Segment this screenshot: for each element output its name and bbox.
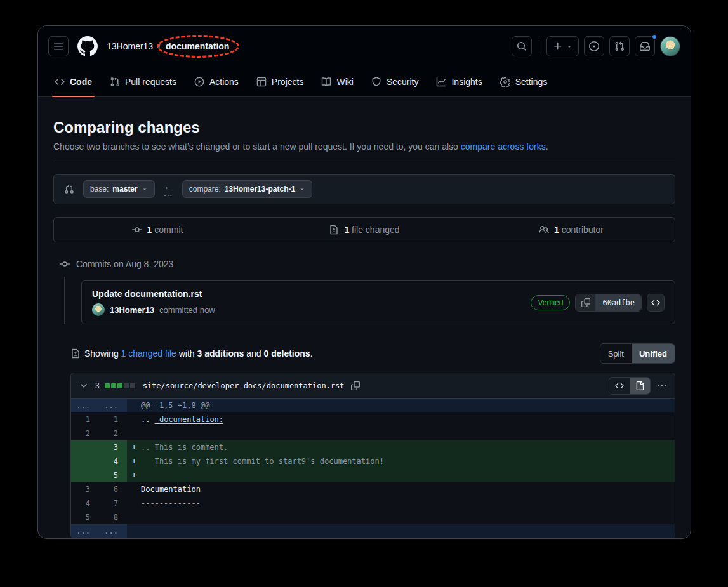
file-options-button[interactable]: [656, 379, 668, 392]
issues-button[interactable]: [584, 36, 604, 56]
file-path-link[interactable]: site/source/developer-docs/documentation…: [143, 381, 345, 390]
github-logo-icon: [77, 36, 98, 56]
commits-count: 1: [147, 225, 152, 235]
summary-contributors[interactable]: 1 contributor: [468, 218, 675, 242]
github-header: 13Homer13 / documentation: [38, 26, 691, 67]
hunk-new-gutter: ...: [99, 399, 127, 412]
notification-dot: [651, 34, 658, 40]
book-icon: [321, 77, 331, 87]
tab-code[interactable]: Code: [46, 67, 101, 96]
line-code: [141, 426, 675, 440]
commit-action-text: committed now: [159, 305, 215, 315]
breadcrumb: 13Homer13 / documentation: [107, 41, 229, 51]
old-line-number: 2: [71, 426, 99, 440]
line-code: This is my first commit to start9's docu…: [141, 454, 675, 468]
browse-code-button[interactable]: [647, 294, 665, 312]
tab-insights[interactable]: Insights: [427, 67, 491, 96]
compare-across-forks-link[interactable]: compare across forks: [461, 142, 546, 152]
commit-sha-link[interactable]: 60adfbe: [596, 294, 641, 311]
tab-actions-label: Actions: [209, 77, 239, 87]
tab-wiki[interactable]: Wiki: [312, 67, 362, 96]
compare-value: 13Homer13-patch-1: [225, 185, 295, 194]
header-actions: [512, 36, 680, 56]
deletions-count: 0 deletions: [264, 348, 310, 359]
new-line-number: 7: [99, 496, 127, 510]
commit-title-link[interactable]: Update documentation.rst: [92, 289, 215, 299]
line-code: [141, 510, 675, 524]
hamburger-menu-button[interactable]: [48, 36, 69, 56]
unified-view-button[interactable]: Unified: [632, 344, 675, 363]
browser-window: 13Homer13 / documentation: [37, 25, 691, 539]
commit-author-link[interactable]: 13Homer13: [110, 305, 154, 315]
diff-line: 3 6 Documentation: [71, 482, 675, 496]
pull-request-icon: [110, 77, 120, 87]
tab-wiki-label: Wiki: [336, 77, 353, 87]
breadcrumb-repo-link[interactable]: documentation: [166, 41, 229, 51]
collapse-file-button[interactable]: [77, 379, 90, 392]
copy-sha-button[interactable]: [576, 294, 596, 311]
diff-hunk-row: ... ... @@ -1,5 +1,8 @@: [71, 399, 675, 412]
summary-commits[interactable]: 1 commit: [54, 218, 261, 242]
base-value: master: [112, 185, 137, 194]
diffstat-neutral-square: [130, 383, 135, 388]
header-divider: [539, 40, 539, 53]
source-view-button[interactable]: [609, 378, 630, 394]
new-line-number: 8: [99, 510, 127, 524]
compare-direction: ← ...: [164, 182, 173, 196]
diff-line-added: 3 + .. This is comment.: [71, 440, 675, 454]
tab-pull-requests-label: Pull requests: [125, 77, 176, 87]
tab-projects-label: Projects: [272, 77, 304, 87]
user-avatar[interactable]: [660, 36, 680, 56]
verified-badge[interactable]: Verified: [531, 295, 570, 310]
line-sign: [127, 412, 141, 426]
commit-card: Update documentation.rst 13Homer13 commi…: [81, 280, 675, 324]
search-button[interactable]: [512, 36, 532, 56]
split-view-button[interactable]: Split: [600, 344, 632, 363]
create-new-button[interactable]: [546, 36, 579, 56]
play-icon: [194, 77, 204, 87]
code-icon: [651, 298, 660, 307]
rendered-view-button[interactable]: [630, 378, 650, 394]
changed-file-link[interactable]: 1 changed file: [121, 348, 176, 359]
diff-summary-bar: 1 commit 1 file changed 1 contributor: [53, 217, 675, 242]
diffstat-add-square: [105, 383, 110, 388]
pull-request-icon: [614, 41, 625, 51]
tab-code-label: Code: [70, 77, 92, 87]
base-branch-dropdown[interactable]: base: master: [83, 180, 155, 198]
hamburger-icon: [53, 41, 63, 51]
tab-security[interactable]: Security: [362, 67, 428, 96]
commit-author-avatar[interactable]: [92, 303, 105, 316]
inbox-icon: [640, 41, 650, 51]
hunk-old-gutter: ...: [71, 399, 99, 412]
page-title: Comparing changes: [53, 119, 675, 136]
copy-path-button[interactable]: [350, 380, 361, 392]
diff-body: ... ... @@ -1,5 +1,8 @@ 1 1 .. _document…: [71, 399, 675, 538]
additions-count: 3 additions: [197, 348, 244, 359]
summary-files-changed[interactable]: 1 file changed: [261, 218, 468, 242]
github-logo[interactable]: [77, 36, 98, 56]
tab-projects[interactable]: Projects: [248, 67, 313, 96]
showing-text: Showing 1 changed file with 3 additions …: [84, 348, 313, 359]
section-divider: [53, 162, 675, 162]
contributors-label: contributor: [562, 225, 604, 235]
direction-dots: ...: [164, 190, 173, 196]
gear-icon: [500, 77, 510, 87]
pull-requests-button[interactable]: [609, 36, 630, 56]
file-diff-icon: [70, 348, 81, 359]
source-rendered-toggle: [609, 377, 651, 395]
old-line-number: 1: [71, 412, 99, 426]
diff-line: 4 7 -------------: [71, 496, 675, 510]
tab-actions[interactable]: Actions: [185, 67, 248, 96]
chevron-down-icon: [79, 381, 89, 391]
tab-settings[interactable]: Settings: [491, 67, 557, 96]
page-description: Choose two branches to see what’s change…: [53, 142, 675, 152]
code-link-target: _documentation:: [155, 415, 223, 424]
tab-settings-label: Settings: [515, 77, 548, 87]
code-icon: [55, 77, 65, 87]
tab-pull-requests[interactable]: Pull requests: [101, 67, 185, 96]
compare-branch-dropdown[interactable]: compare: 13Homer13-patch-1: [182, 180, 312, 198]
breadcrumb-owner-link[interactable]: 13Homer13: [107, 41, 153, 51]
hunk-header-text: [141, 524, 675, 538]
copy-icon: [581, 298, 590, 307]
inbox-wrap: [635, 36, 655, 56]
